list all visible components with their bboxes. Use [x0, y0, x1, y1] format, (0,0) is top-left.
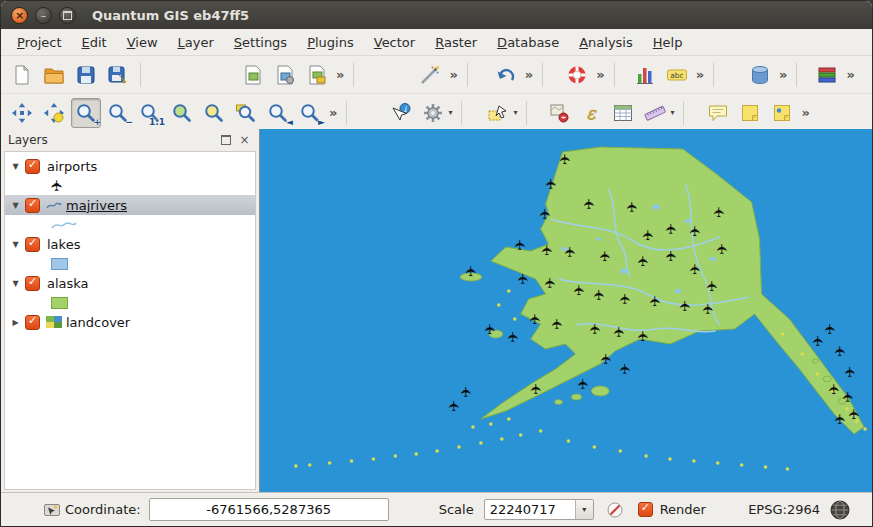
expand-arrow-icon[interactable]: ▶	[9, 318, 22, 327]
new-print-composer-button[interactable]	[238, 60, 268, 90]
dock-float-button[interactable]	[218, 133, 233, 148]
layer-item-lakes[interactable]: ▼lakes	[5, 234, 255, 254]
save-project-as-button[interactable]	[103, 60, 133, 90]
zoom-next-button[interactable]: ►	[295, 98, 325, 128]
scale-value: 22240717	[485, 502, 575, 517]
new-bookmark-button[interactable]	[735, 98, 765, 128]
collapse-arrow-icon[interactable]: ▼	[9, 162, 22, 171]
svg-text:✈: ✈	[598, 353, 614, 365]
save-project-button[interactable]	[71, 60, 101, 90]
bubble-icon	[707, 102, 729, 124]
select-features-button[interactable]	[483, 98, 513, 128]
menu-edit[interactable]: Edit	[72, 32, 117, 53]
zoom-full-extent-button[interactable]	[167, 98, 197, 128]
layer-item-majrivers[interactable]: ▼majrivers	[5, 195, 255, 215]
toolbar-overflow-chevron[interactable]: »	[696, 67, 704, 82]
layer-checkbox[interactable]	[25, 159, 40, 174]
svg-text:✈: ✈	[537, 208, 553, 220]
svg-text:✈: ✈	[810, 335, 826, 347]
extents-icon[interactable]	[43, 501, 61, 519]
toolbar-overflow-chevron[interactable]: »	[525, 67, 533, 82]
floppy-as-icon	[107, 64, 129, 86]
feature-action-button[interactable]	[418, 98, 448, 128]
map-canvas[interactable]: ✈✈✈✈✈✈✈✈✈✈✈✈✈✈✈✈✈✈✈✈✈✈✈✈✈✈✈✈✈✈✈✈✈✈✈✈✈✈✈✈…	[259, 129, 872, 493]
layer-item-landcover[interactable]: ▶landcover	[5, 312, 255, 332]
zoom-last-button[interactable]: ◄	[263, 98, 293, 128]
scale-combobox[interactable]: 22240717 ▾	[484, 499, 594, 520]
pan-map-button[interactable]	[7, 98, 37, 128]
menu-view[interactable]: View	[117, 32, 168, 53]
menu-settings[interactable]: Settings	[224, 32, 297, 53]
window-close-button[interactable]: ×	[11, 7, 28, 24]
composer-manager-button[interactable]	[270, 60, 300, 90]
toolbar-overflow-chevron[interactable]: »	[336, 67, 344, 82]
menu-layer[interactable]: Layer	[168, 32, 224, 53]
svg-text:✈: ✈	[587, 323, 603, 335]
svg-text:✈: ✈	[846, 408, 862, 420]
magsel-icon	[203, 102, 225, 124]
select-by-expression-button[interactable]	[576, 98, 606, 128]
layer-checkbox[interactable]	[25, 198, 40, 213]
scale-dropdown-arrow[interactable]: ▾	[575, 500, 593, 519]
land-swatch	[51, 297, 68, 309]
render-checkbox[interactable]	[638, 502, 653, 517]
collapse-arrow-icon[interactable]: ▼	[9, 201, 22, 210]
layer-item-alaska[interactable]: ▼alaska	[5, 273, 255, 293]
zoom-to-layer-button[interactable]	[231, 98, 261, 128]
zoom-in-button[interactable]: +	[71, 98, 101, 128]
window-minimize-button[interactable]: –	[35, 7, 52, 24]
toolbar-overflow-chevron[interactable]: »	[846, 67, 854, 82]
status-bar: Coordinate: Scale 22240717 ▾ Render EPSG…	[1, 492, 872, 526]
print-composer-button[interactable]	[302, 60, 332, 90]
zoom-to-selection-button[interactable]	[199, 98, 229, 128]
svg-text:✈: ✈	[714, 243, 730, 255]
feature-action-button-dropdown[interactable]: ▾	[448, 108, 452, 117]
toolbar-overflow-chevron[interactable]: »	[801, 105, 809, 120]
layer-checkbox[interactable]	[25, 276, 40, 291]
attribute-table-button[interactable]	[608, 98, 638, 128]
abc-icon	[666, 64, 688, 86]
open-project-button[interactable]	[39, 60, 69, 90]
map-tips-button[interactable]	[703, 98, 733, 128]
menu-project[interactable]: Project	[7, 32, 72, 53]
toolbar-overflow-chevron[interactable]: »	[596, 67, 604, 82]
menu-database[interactable]: Database	[487, 32, 569, 53]
deselect-all-button[interactable]	[544, 98, 574, 128]
select-features-button-dropdown[interactable]: ▾	[513, 108, 517, 117]
menu-plugins[interactable]: Plugins	[297, 32, 364, 53]
identify-features-button[interactable]	[386, 98, 416, 128]
show-bookmarks-button[interactable]	[767, 98, 797, 128]
undo-button[interactable]	[491, 60, 521, 90]
zoom-native-button[interactable]: 1:1	[135, 98, 165, 128]
toolbar-overflow-chevron[interactable]: »	[779, 67, 787, 82]
toolbar-overflow-chevron[interactable]: »	[449, 67, 457, 82]
dock-close-button[interactable]: ×	[237, 133, 252, 148]
help-button[interactable]	[562, 60, 592, 90]
layer-checkbox[interactable]	[25, 237, 40, 252]
toolbar-overflow-chevron[interactable]: »	[329, 105, 337, 120]
menu-raster[interactable]: Raster	[425, 32, 487, 53]
measure-button-dropdown[interactable]: ▾	[670, 108, 674, 117]
new-project-button[interactable]	[7, 60, 37, 90]
menu-analysis[interactable]: Analysis	[569, 32, 643, 53]
zoom-out-button[interactable]: −	[103, 98, 133, 128]
pan-to-selection-button[interactable]	[39, 98, 69, 128]
layer-checkbox[interactable]	[25, 315, 40, 330]
svg-text:✈: ✈	[591, 289, 607, 301]
editing-tools-button[interactable]	[415, 60, 445, 90]
histogram-button[interactable]	[630, 60, 660, 90]
coordinate-input[interactable]	[149, 498, 389, 521]
labeling-button[interactable]	[662, 60, 692, 90]
measure-button[interactable]	[640, 98, 670, 128]
menu-help[interactable]: Help	[643, 32, 693, 53]
layer-item-airports[interactable]: ▼airports	[5, 156, 255, 176]
collapse-arrow-icon[interactable]: ▼	[9, 240, 22, 249]
coordinate-label: Coordinate:	[65, 502, 141, 517]
raster-tools-button[interactable]	[812, 60, 842, 90]
collapse-arrow-icon[interactable]: ▼	[9, 279, 22, 288]
database-manager-button[interactable]	[745, 60, 775, 90]
stop-rendering-icon[interactable]	[606, 501, 624, 519]
menu-vector[interactable]: Vector	[364, 32, 425, 53]
crs-status-icon[interactable]	[830, 500, 850, 520]
window-maximize-button[interactable]	[59, 7, 76, 24]
